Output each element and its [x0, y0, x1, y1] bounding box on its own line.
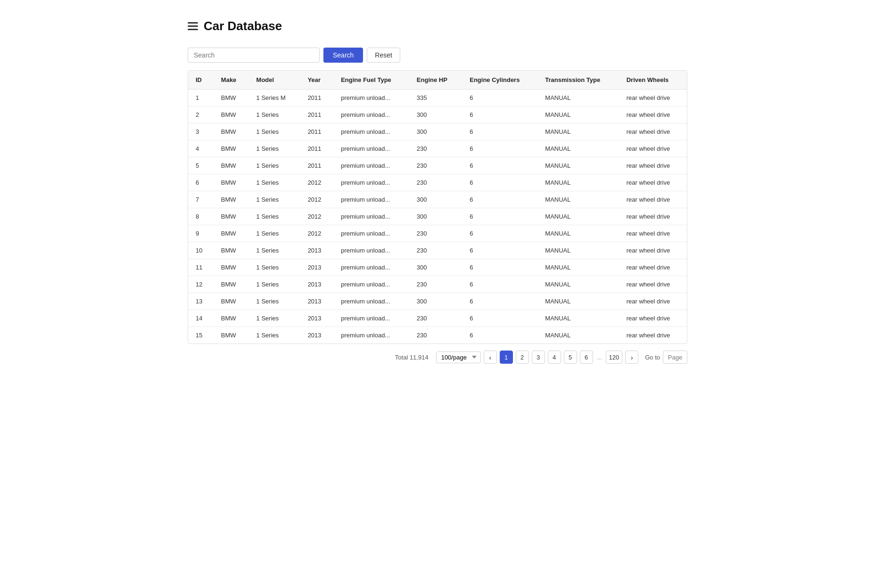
table-cell: 1 Series	[249, 123, 300, 140]
table-cell: 300	[409, 293, 462, 310]
table-cell: MANUAL	[537, 123, 619, 140]
col-id: ID	[188, 71, 214, 90]
table-cell: premium unload...	[333, 293, 409, 310]
table-cell: BMW	[214, 123, 249, 140]
table-row: 11BMW1 Series2013premium unload...3006MA…	[188, 259, 687, 276]
table-cell: 335	[409, 90, 462, 106]
table-cell: 6	[462, 208, 537, 225]
table-cell: 6	[462, 157, 537, 174]
table-cell: BMW	[214, 140, 249, 157]
last-page-button[interactable]: 120	[606, 351, 623, 364]
table-cell: 1 Series	[249, 242, 300, 259]
col-engine-cylinders: Engine Cylinders	[462, 71, 537, 90]
table-cell: BMW	[214, 90, 249, 106]
table-cell: 300	[409, 106, 462, 123]
reset-button[interactable]: Reset	[367, 48, 400, 63]
table-cell: 1 Series	[249, 327, 300, 344]
table-cell: 300	[409, 208, 462, 225]
table-cell: BMW	[214, 276, 249, 293]
per-page-select[interactable]: 10/page 20/page 50/page 100/page	[436, 351, 481, 363]
table-cell: 2011	[300, 157, 334, 174]
table-cell: 1 Series	[249, 293, 300, 310]
table-row: 1BMW1 Series M2011premium unload...3356M…	[188, 90, 687, 106]
table-cell: 230	[409, 157, 462, 174]
col-year: Year	[300, 71, 334, 90]
table-cell: 6	[462, 327, 537, 344]
table-cell: MANUAL	[537, 242, 619, 259]
table-cell: 8	[188, 208, 214, 225]
table-cell: 6	[462, 123, 537, 140]
table-cell: rear wheel drive	[619, 259, 687, 276]
table-cell: 6	[462, 242, 537, 259]
table-cell: 2	[188, 106, 214, 123]
table-cell: 6	[462, 276, 537, 293]
table-cell: rear wheel drive	[619, 90, 687, 106]
page-3-button[interactable]: 3	[532, 351, 545, 364]
table-cell: rear wheel drive	[619, 123, 687, 140]
table-row: 13BMW1 Series2013premium unload...3006MA…	[188, 293, 687, 310]
table-cell: premium unload...	[333, 191, 409, 208]
table-row: 5BMW1 Series2011premium unload...2306MAN…	[188, 157, 687, 174]
table-cell: 6	[462, 90, 537, 106]
table-cell: MANUAL	[537, 106, 619, 123]
table-cell: premium unload...	[333, 174, 409, 191]
table-cell: BMW	[214, 310, 249, 327]
table-cell: 5	[188, 157, 214, 174]
table-cell: 7	[188, 191, 214, 208]
search-input[interactable]	[188, 48, 320, 63]
table-cell: MANUAL	[537, 191, 619, 208]
table-cell: rear wheel drive	[619, 293, 687, 310]
next-page-button[interactable]: ›	[625, 351, 638, 364]
table-cell: rear wheel drive	[619, 327, 687, 344]
table-cell: MANUAL	[537, 310, 619, 327]
table-cell: 1 Series	[249, 140, 300, 157]
table-cell: BMW	[214, 106, 249, 123]
table-cell: 6	[188, 174, 214, 191]
page-4-button[interactable]: 4	[548, 351, 561, 364]
table-header-row: ID Make Model Year Engine Fuel Type Engi…	[188, 71, 687, 90]
table-cell: 1 Series	[249, 157, 300, 174]
table-cell: 2012	[300, 174, 334, 191]
table-cell: 11	[188, 259, 214, 276]
page-5-button[interactable]: 5	[564, 351, 577, 364]
table-cell: BMW	[214, 242, 249, 259]
table-row: 3BMW1 Series2011premium unload...3006MAN…	[188, 123, 687, 140]
table-cell: 10	[188, 242, 214, 259]
table-cell: MANUAL	[537, 174, 619, 191]
table-cell: 3	[188, 123, 214, 140]
col-engine-hp: Engine HP	[409, 71, 462, 90]
table-cell: premium unload...	[333, 140, 409, 157]
table-cell: rear wheel drive	[619, 140, 687, 157]
table-cell: 6	[462, 293, 537, 310]
page-header: Car Database	[188, 19, 687, 33]
table-cell: 1 Series M	[249, 90, 300, 106]
table-cell: 6	[462, 310, 537, 327]
table-cell: 230	[409, 242, 462, 259]
page-1-button[interactable]: 1	[500, 351, 513, 364]
table-cell: 2011	[300, 140, 334, 157]
table-cell: 13	[188, 293, 214, 310]
table-cell: BMW	[214, 259, 249, 276]
table-cell: premium unload...	[333, 208, 409, 225]
table-cell: BMW	[214, 208, 249, 225]
table-cell: MANUAL	[537, 276, 619, 293]
page-2-button[interactable]: 2	[516, 351, 529, 364]
table-cell: rear wheel drive	[619, 310, 687, 327]
prev-page-button[interactable]: ‹	[484, 351, 497, 364]
hamburger-icon[interactable]	[188, 22, 198, 30]
search-button[interactable]: Search	[323, 48, 363, 63]
table-cell: 230	[409, 174, 462, 191]
go-to-input[interactable]	[663, 351, 687, 364]
table-cell: BMW	[214, 157, 249, 174]
table-cell: premium unload...	[333, 106, 409, 123]
table-cell: 2012	[300, 208, 334, 225]
table-cell: rear wheel drive	[619, 106, 687, 123]
table-cell: 300	[409, 123, 462, 140]
col-model: Model	[249, 71, 300, 90]
page-6-button[interactable]: 6	[580, 351, 593, 364]
col-engine-fuel-type: Engine Fuel Type	[333, 71, 409, 90]
table-cell: MANUAL	[537, 259, 619, 276]
table-cell: 230	[409, 327, 462, 344]
table-cell: 1 Series	[249, 259, 300, 276]
table-cell: 6	[462, 140, 537, 157]
